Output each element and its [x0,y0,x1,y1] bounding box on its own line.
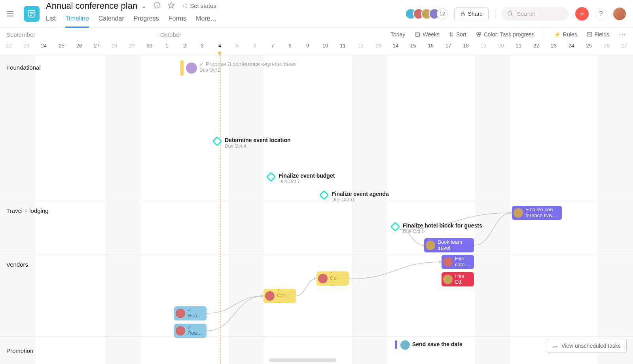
assignee-avatar[interactable] [186,63,197,74]
milestone[interactable]: Finalize hotel block for guestsDue Oct 1… [392,222,482,234]
date-header[interactable]: 16 [422,41,440,55]
fields-button[interactable]: Fields [587,31,609,38]
date-header[interactable]: 22 [0,41,17,55]
tab-list[interactable]: List [46,13,56,28]
tab-timeline[interactable]: Timeline [65,13,89,28]
date-header[interactable]: 7 [264,41,281,55]
date-header[interactable]: 6 [246,41,263,55]
section-label[interactable]: Foundational [6,64,41,71]
task-bar[interactable] [395,340,397,349]
star-icon[interactable] [168,2,175,10]
scrollbar[interactable] [269,358,336,362]
diamond-icon [212,136,222,146]
task-bar-hire-cate[interactable]: Hirecate… [442,255,474,269]
share-button[interactable]: Share [454,8,489,20]
task-bar-col-1[interactable]: ✓Col-… [263,289,296,303]
milestone[interactable]: Determine event locationDue Oct 4 [214,137,291,149]
tab-more-[interactable]: More… [196,13,216,28]
date-header[interactable]: 15 [404,41,422,55]
tab-calendar[interactable]: Calendar [99,13,124,28]
weekend-band [229,55,264,364]
rules-button[interactable]: ⚡ Rules [554,31,577,38]
task-bar-book-trav[interactable]: Book teamtravel [424,238,474,252]
date-header[interactable]: 24 [35,41,53,55]
date-header[interactable]: 3 [193,41,211,55]
today-button[interactable]: Today [390,31,405,38]
check-icon: ✓ [188,308,202,313]
milestone[interactable]: Finalize event budgetDue Oct 7 [267,173,335,184]
more-icon[interactable]: ⋯ [619,30,627,39]
date-header[interactable]: 9 [299,41,316,55]
date-header[interactable]: 19 [475,41,492,55]
view-unscheduled-button[interactable]: ︽ View unscheduled tasks [547,339,627,353]
svg-marker-10 [169,2,174,8]
task-title[interactable]: ✓Propose 3 conference keynote ideasDue O… [199,61,296,73]
date-header[interactable]: 20 [492,41,510,55]
section-label[interactable]: Vendors [6,261,28,268]
view-unscheduled-label: View unscheduled tasks [561,343,621,349]
date-header[interactable]: 2 [176,41,193,55]
task-bar-hire-dj[interactable]: HireDJ [442,272,474,286]
date-header[interactable]: 27 [88,41,105,55]
set-status-button[interactable]: Set status [183,2,216,9]
svg-line-13 [511,15,513,16]
date-header[interactable]: 12 [352,41,369,55]
milestone[interactable]: Finalize event agendaDue Oct 10 [320,191,389,203]
avatar-overflow[interactable]: 12 [437,8,448,19]
color-button[interactable]: Color: Task progress [476,31,534,38]
assignee-avatar [176,309,185,318]
diamond-icon [319,190,329,200]
task-bar-rea-2[interactable]: ✓Rea… [174,324,207,338]
date-header[interactable]: 24 [563,41,580,55]
calendar-icon [415,32,420,37]
date-header[interactable]: 22 [527,41,545,55]
date-header[interactable]: 25 [53,41,70,55]
project-title[interactable]: Annual conference plan [46,1,137,11]
assignee-avatar[interactable] [400,340,410,350]
date-header[interactable]: 25 [580,41,598,55]
section-label[interactable]: Travel + lodging [6,207,49,214]
date-header[interactable]: 23 [17,41,35,55]
divider [495,8,495,19]
weeks-button[interactable]: Weeks [415,31,440,38]
task-title[interactable]: Send save the date [412,341,462,347]
assignee-avatar [176,326,185,336]
section-label[interactable]: Promotion [6,347,33,354]
date-header[interactable]: 28 [106,41,123,55]
date-header[interactable]: 14 [387,41,404,55]
date-header[interactable]: 26 [70,41,88,55]
date-header[interactable]: 11 [334,41,351,55]
date-header[interactable]: 29 [123,41,140,55]
project-icon[interactable] [24,6,40,22]
date-header[interactable]: 26 [598,41,615,55]
date-header[interactable]: 13 [369,41,387,55]
date-header[interactable]: 1 [158,41,176,55]
date-header[interactable]: 8 [281,41,299,55]
date-header[interactable]: 5 [229,41,246,55]
tab-forms[interactable]: Forms [169,13,186,28]
task-bar[interactable] [180,60,184,76]
date-header[interactable]: 21 [510,41,527,55]
info-icon[interactable] [154,2,161,10]
date-header[interactable]: 10 [316,41,334,55]
divider [544,29,544,40]
date-header[interactable]: 4 [211,41,228,55]
date-header[interactable]: 17 [440,41,457,55]
tab-progress[interactable]: Progress [134,13,159,28]
date-header[interactable]: 18 [457,41,474,55]
task-bar-rea-1[interactable]: ✓Rea… [174,306,207,320]
member-avatars[interactable]: 12 [405,8,448,19]
user-avatar[interactable] [613,8,626,20]
help-button[interactable]: ? [595,8,607,20]
search-input[interactable]: Search [502,7,569,21]
date-header[interactable]: 30 [141,41,158,55]
task-bar-col-2[interactable]: ✓Col-… [316,271,349,286]
date-header[interactable]: 27 [615,41,633,55]
menu-icon[interactable] [6,9,15,19]
add-button[interactable]: ＋ [575,7,589,21]
chevron-down-icon[interactable]: ⌄ [141,2,146,9]
task-bar-conf-trav[interactable]: Finalize con-ference trav… [512,206,562,220]
sort-button[interactable]: ⇅ Sort [449,31,466,38]
search-icon [507,11,514,17]
date-header[interactable]: 23 [545,41,563,55]
